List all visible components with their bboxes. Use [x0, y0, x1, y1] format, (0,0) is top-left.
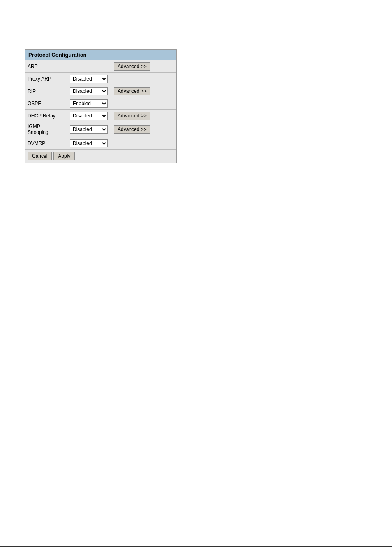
label-dvmrp: DVMRP [25, 139, 68, 148]
advanced-col-ospf [111, 102, 161, 105]
row-rip: RIPDisabledEnabledAdvanced >> [25, 85, 176, 97]
select-rip[interactable]: DisabledEnabled [70, 87, 108, 95]
apply-button[interactable]: Apply [53, 152, 75, 160]
select-col-ospf: DisabledEnabled [68, 98, 111, 109]
label-arp: ARP [25, 62, 68, 71]
row-igmp-snooping: IGMP SnoopingDisabledEnabledAdvanced >> [25, 122, 176, 137]
row-ospf: OSPFDisabledEnabled [25, 97, 176, 109]
select-col-rip: DisabledEnabled [68, 86, 111, 97]
advanced-col-igmp-snooping: Advanced >> [111, 124, 161, 135]
advanced-col-dhcp-relay: Advanced >> [111, 111, 161, 121]
row-dhcp-relay: DHCP RelayDisabledEnabledAdvanced >> [25, 109, 176, 122]
select-dhcp-relay[interactable]: DisabledEnabled [70, 112, 108, 120]
label-ospf: OSPF [25, 99, 68, 108]
select-igmp-snooping[interactable]: DisabledEnabled [70, 125, 108, 134]
label-proxy-arp: Proxy ARP [25, 74, 68, 83]
advanced-button-dhcp-relay[interactable]: Advanced >> [114, 112, 150, 120]
protocol-config-panel: Protocol Configuration ARPAdvanced >>Pro… [25, 49, 177, 163]
table-body: ARPAdvanced >>Proxy ARPDisabledEnabledRI… [25, 60, 176, 149]
advanced-col-rip: Advanced >> [111, 86, 161, 97]
select-col-dhcp-relay: DisabledEnabled [68, 111, 111, 121]
label-dhcp-relay: DHCP Relay [25, 111, 68, 120]
select-ospf[interactable]: DisabledEnabled [70, 99, 108, 108]
footer-row: Cancel Apply [25, 149, 176, 163]
cancel-button[interactable]: Cancel [28, 152, 52, 160]
advanced-button-arp[interactable]: Advanced >> [114, 62, 150, 71]
row-arp: ARPAdvanced >> [25, 60, 176, 72]
label-igmp-snooping: IGMP Snooping [25, 122, 68, 137]
select-col-igmp-snooping: DisabledEnabled [68, 124, 111, 135]
page-container: Protocol Configuration ARPAdvanced >>Pro… [0, 0, 392, 180]
select-proxy-arp[interactable]: DisabledEnabled [70, 75, 108, 83]
advanced-button-igmp-snooping[interactable]: Advanced >> [114, 125, 150, 134]
advanced-col-dvmrp [111, 142, 161, 145]
select-col-arp [68, 65, 111, 68]
advanced-col-arp: Advanced >> [111, 61, 161, 72]
row-dvmrp: DVMRPDisabledEnabled [25, 137, 176, 149]
row-proxy-arp: Proxy ARPDisabledEnabled [25, 72, 176, 85]
panel-title: Protocol Configuration [25, 50, 176, 60]
advanced-col-proxy-arp [111, 78, 161, 80]
select-dvmrp[interactable]: DisabledEnabled [70, 139, 108, 147]
select-col-dvmrp: DisabledEnabled [68, 138, 111, 149]
label-rip: RIP [25, 87, 68, 96]
advanced-button-rip[interactable]: Advanced >> [114, 87, 150, 95]
select-col-proxy-arp: DisabledEnabled [68, 74, 111, 84]
bottom-divider [0, 546, 392, 547]
